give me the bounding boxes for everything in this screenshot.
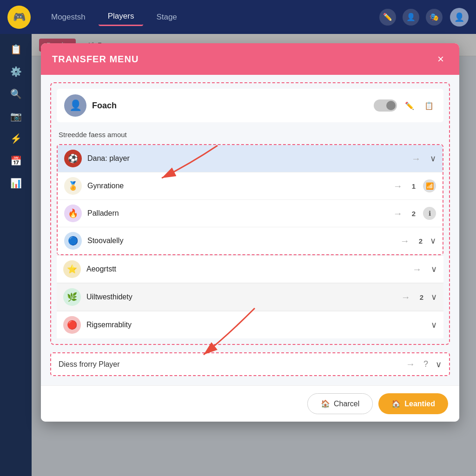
- arrow-right-icon-uiltwesthidety: →: [401, 292, 410, 303]
- club-name-dana: Dana: player: [87, 154, 406, 163]
- toggle-slider[interactable]: [374, 99, 397, 112]
- club-name-gynratione: Gynratione: [87, 182, 388, 190]
- modal-dialog: TRANSFER MENU × 👤 Foach ✏️ 📋 Streedde fa…: [41, 43, 459, 422]
- modal-title: TRANSFER MENU: [52, 54, 139, 65]
- chevron-icon-dana[interactable]: ∨: [430, 153, 436, 164]
- club-logo-dana: ⚽: [64, 150, 82, 167]
- avatar[interactable]: 👤: [450, 8, 469, 26]
- club-logo-rigsemrablity: 🔴: [63, 316, 81, 334]
- arrow-right-icon-stoovalelly: →: [400, 236, 410, 246]
- nav-logo: 🎮: [7, 6, 31, 29]
- sidebar-icon-camera[interactable]: 📷: [6, 106, 26, 126]
- cancel-button[interactable]: 🏠 Charcel: [307, 393, 373, 414]
- bottom-label: Diess frorry Player: [59, 360, 401, 369]
- player-avatar: 👤: [64, 94, 86, 117]
- doc-icon[interactable]: 📋: [422, 99, 436, 112]
- question-mark: ?: [423, 359, 428, 369]
- club-logo-uiltwesthidety: 🌿: [63, 288, 81, 306]
- pencil-icon[interactable]: ✏️: [379, 9, 396, 26]
- club-row-aeogrtstt[interactable]: ⭐ Aeogrtstt → ∨: [57, 255, 443, 283]
- club-logo-stoovalelly: 🔵: [64, 232, 82, 250]
- home-icon-confirm: 🏠: [391, 399, 401, 408]
- chevron-icon-rigsemrablity[interactable]: ∨: [431, 320, 437, 330]
- sidebar-icon-chart[interactable]: 📊: [6, 173, 26, 193]
- chevron-icon-stoovalelly[interactable]: ∨: [430, 236, 436, 246]
- sidebar-icon-calendar[interactable]: 📅: [6, 151, 26, 171]
- chevron-icon-uiltwesthidety[interactable]: ∨: [431, 292, 437, 302]
- chevron-icon-aeogrtstt[interactable]: ∨: [431, 264, 437, 274]
- modal-body: 👤 Foach ✏️ 📋 Streedde faess amout ⚽ Dana…: [41, 75, 459, 385]
- club-logo-gynratione: 🏅: [64, 177, 82, 195]
- inner-dashed-section: ⚽ Dana: player → ∨ 🏅 Gynratione → 1 📶: [57, 144, 443, 255]
- chevron-icon-bottom[interactable]: ∨: [436, 359, 442, 370]
- modal-overlay: TRANSFER MENU × 👤 Foach ✏️ 📋 Streedde fa…: [32, 34, 476, 476]
- club-row-stoovalelly[interactable]: 🔵 Stoovalelly → 2 ∨: [58, 227, 443, 254]
- home-icon-cancel: 🏠: [321, 399, 330, 408]
- modal-header: TRANSFER MENU ×: [41, 43, 459, 75]
- club-name-palladern: Palladern: [87, 209, 388, 218]
- club-name-rigsemrablity: Rigsemrablity: [86, 321, 407, 329]
- sidebar-icon-lightning[interactable]: ⚡: [6, 129, 26, 148]
- nav-item-players[interactable]: Players: [99, 8, 144, 26]
- player-header-row: 👤 Foach ✏️ 📋: [57, 89, 443, 122]
- left-sidebar: 📋 ⚙️ 🔍 📷 ⚡ 📅 📊: [0, 34, 32, 476]
- club-name-stoovalelly: Stoovalelly: [87, 237, 395, 245]
- club-row-dana[interactable]: ⚽ Dana: player → ∨: [58, 145, 443, 172]
- arrow-right-icon-aeogrtstt: →: [412, 264, 422, 275]
- arrow-right-bottom: →: [406, 359, 415, 370]
- signal-icon: 📶: [423, 179, 436, 192]
- club-row-uiltwesthidety[interactable]: 🌿 Uiltwesthidety → 2 ∨: [57, 283, 443, 311]
- outer-dashed-section: 👤 Foach ✏️ 📋 Streedde faess amout ⚽ Dana…: [50, 82, 450, 345]
- section-label: Streedde faess amout: [57, 127, 443, 140]
- nav-item-stage[interactable]: Stage: [147, 9, 186, 26]
- badge-num-uiltwesthidety: 2: [420, 293, 423, 301]
- club-logo-aeogrtstt: ⭐: [63, 260, 81, 278]
- mask-icon[interactable]: 🎭: [426, 9, 443, 26]
- edit-icon[interactable]: ✏️: [403, 99, 416, 112]
- club-name-uiltwesthidety: Uiltwesthidety: [86, 293, 396, 301]
- info-icon: ℹ: [423, 207, 436, 220]
- arrow-right-icon-dana: →: [411, 153, 421, 164]
- player-name: Foach: [92, 101, 368, 111]
- nav-item-mogestsh[interactable]: Mogestsh: [42, 9, 95, 26]
- club-row-palladern[interactable]: 🔥 Palladern → 2 ℹ: [58, 200, 443, 227]
- arrow-right-icon-palladern: →: [393, 208, 403, 219]
- user-icon[interactable]: 👤: [403, 9, 419, 26]
- badge-num-gynratione: 1: [412, 182, 416, 190]
- confirm-button[interactable]: 🏠 Leantied: [378, 393, 448, 414]
- top-nav: 🎮 Mogestsh Players Stage ✏️ 👤 🎭 👤: [0, 0, 476, 34]
- badge-num-stoovalelly: 2: [419, 237, 423, 245]
- modal-close-button[interactable]: ×: [433, 52, 448, 66]
- sidebar-icon-clipboard[interactable]: 📋: [6, 40, 26, 59]
- club-name-aeogrtstt: Aeogrtstt: [86, 265, 407, 273]
- modal-footer: 🏠 Charcel 🏠 Leantied: [41, 385, 459, 422]
- arrow-right-icon-gynratione: →: [393, 181, 403, 192]
- badge-num-palladern: 2: [412, 210, 416, 218]
- club-row-rigsemrablity[interactable]: 🔴 Rigsemrablity → ∨: [57, 311, 443, 338]
- sidebar-icon-settings[interactable]: ⚙️: [6, 62, 26, 81]
- sidebar-icon-search[interactable]: 🔍: [6, 84, 26, 104]
- club-logo-palladern: 🔥: [64, 205, 82, 222]
- diess-frorry-section: Diess frorry Player → ? ∨: [50, 352, 450, 376]
- club-row-gynratione[interactable]: 🏅 Gynratione → 1 📶: [58, 172, 443, 200]
